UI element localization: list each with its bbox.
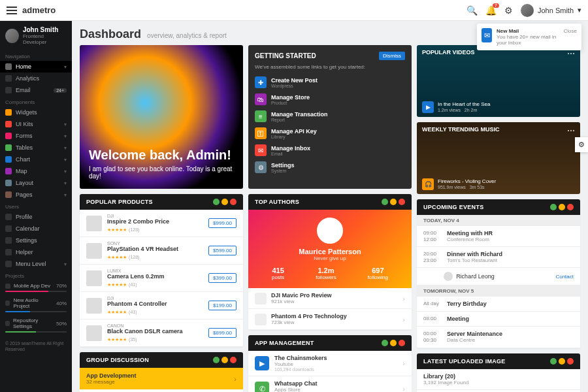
review-row[interactable]: DJI Mavic Pro Review921k view› <box>248 288 412 309</box>
review-row[interactable]: Phantom 4 Pro Technology723k view› <box>248 309 412 330</box>
product-thumb <box>86 298 102 314</box>
chevron-right-icon: › <box>402 385 405 392</box>
play-icon[interactable]: 🎧 <box>422 178 434 190</box>
product-thumb <box>86 216 102 231</box>
author-name: Maurice Patterson <box>256 248 404 255</box>
nav-uikits[interactable]: UI Kits▾ <box>0 118 72 130</box>
brand: admetro <box>22 5 56 15</box>
panel-controls[interactable] <box>382 340 405 346</box>
more-icon[interactable]: ⋯ <box>567 49 575 58</box>
avatar <box>444 272 453 281</box>
chevron-right-icon: › <box>402 316 405 323</box>
more-icon[interactable]: ⋯ <box>567 126 575 135</box>
nav-section: Navigation <box>0 50 72 61</box>
event-row[interactable]: 00:0000:30Server MaintenanceData Centre <box>417 327 580 348</box>
nav-helper[interactable]: Helper <box>0 246 72 258</box>
notif-title: New Mail <box>497 28 559 34</box>
project-item[interactable]: Mobile App Dev70% <box>0 280 72 295</box>
page-subtitle: overview, analytics & report <box>147 32 227 39</box>
panel-controls[interactable] <box>213 357 237 363</box>
profile-role: Frontend Developer <box>23 33 67 45</box>
project-item[interactable]: Repository Settings50% <box>0 315 72 335</box>
nav-menulevel[interactable]: Menu Level▾ <box>0 258 72 270</box>
notif-body: You have 20+ new mail in your Inbox <box>497 34 559 46</box>
search-icon[interactable]: 🔍 <box>466 5 478 16</box>
panel-title: WEEKLY TRENDING MUSIC <box>422 126 500 133</box>
image-grid <box>417 390 580 392</box>
product-thumb <box>86 243 102 259</box>
panel-title: GROUP DISCUSSION <box>86 357 149 363</box>
panel-title: LATEST UPLOADED IMAGE <box>423 358 506 365</box>
bell-icon[interactable]: 🔔7 <box>485 5 497 16</box>
nav-email[interactable]: Email24+ <box>0 84 72 96</box>
panel-title: POPULAR PRODUCTS <box>86 199 153 205</box>
gs-link[interactable]: ≡Manage TransactionReport <box>255 108 405 125</box>
gs-link[interactable]: ⚙SettingsSystem <box>255 159 405 176</box>
nav-forms[interactable]: Forms▾ <box>0 130 72 142</box>
price-badge: $199.00 <box>208 301 237 310</box>
gs-link[interactable]: ✚Create New PostWordpress <box>255 74 405 91</box>
discussion-row[interactable]: App Development32 message › <box>80 368 243 389</box>
panel-title: TOP AUTHORS <box>255 199 299 205</box>
page-title: Dashboard <box>80 27 141 41</box>
gs-sub: We've assembled some links to get you st… <box>255 64 405 70</box>
price-badge: $899.00 <box>208 328 237 338</box>
nav-section: Projects <box>0 270 72 280</box>
profile-block[interactable]: John Smith Frontend Developer <box>0 21 72 50</box>
nav-analytics[interactable]: Analytics <box>0 73 72 84</box>
video-title: In the Heart of the Sea <box>438 101 491 108</box>
product-row[interactable]: DJIPhantom 4 Controller★★★★★ (41)$199.00 <box>80 292 243 319</box>
dismiss-button[interactable]: Dismiss <box>379 52 405 60</box>
nav-settings[interactable]: Settings <box>0 235 72 246</box>
app-row[interactable]: ▶The ChainsmokersYoutube103,294 download… <box>248 351 412 376</box>
chevron-right-icon: › <box>234 375 237 383</box>
panel-controls[interactable] <box>213 199 237 205</box>
nav-home[interactable]: Home▾ <box>0 61 72 73</box>
product-row[interactable]: CANONBlack Canon DSLR camera★★★★★ (35)$8… <box>80 319 243 347</box>
nav-chart[interactable]: Chart▾ <box>0 154 72 165</box>
event-day: TOMORROW, NOV 5 <box>417 286 580 297</box>
menu-toggle[interactable] <box>7 7 17 14</box>
theme-settings-fab[interactable]: ⚙ <box>575 137 588 152</box>
project-item[interactable]: New Audio Project40% <box>0 295 72 315</box>
event-row[interactable]: All dayTerry Birthday <box>417 297 580 312</box>
popular-video[interactable]: POPULAR VIDEOS ⋯ ▶ In the Heart of the S… <box>417 45 580 117</box>
contact-link[interactable]: Contact <box>555 274 574 280</box>
gs-link[interactable]: ✉Manage InboxEmail <box>255 142 405 159</box>
event-row[interactable]: 09:0012:00Meeting with HRConference Room <box>417 226 580 247</box>
nav-tables[interactable]: Tables▾ <box>0 142 72 154</box>
nav-profile[interactable]: Profile <box>0 211 72 223</box>
settings-icon[interactable]: ⚙ <box>504 5 513 16</box>
panel-title: UPCOMING EVENTS <box>423 204 484 210</box>
user-name: John Smith <box>538 7 574 14</box>
nav-pages[interactable]: Pages▾ <box>0 189 72 201</box>
user-menu[interactable]: John Smith ▾ <box>521 4 581 17</box>
event-row[interactable]: 20:0023:00Dinner with RichardTom's Too R… <box>417 247 580 268</box>
chevron-right-icon: › <box>402 359 405 367</box>
nav-layout[interactable]: Layout▾ <box>0 177 72 189</box>
panel-title: POPULAR VIDEOS <box>422 49 475 56</box>
product-thumb <box>86 270 102 286</box>
event-day: TODAY, NOV 4 <box>417 215 580 226</box>
product-row[interactable]: LUMIXCamera Lens 0.2mm★★★★★ (41)$399.00 <box>80 265 243 292</box>
panel-title: APP MANAGEMENT <box>255 340 314 346</box>
play-icon[interactable]: ▶ <box>422 101 434 113</box>
product-thumb <box>86 325 102 341</box>
chevron-down-icon: ▾ <box>578 6 581 14</box>
attendee: Richard Leong <box>456 273 495 280</box>
app-row[interactable]: ✆Whatsapp ChatApps Store94,122 downloads… <box>248 376 412 392</box>
panel-controls[interactable] <box>550 204 574 210</box>
panel-controls[interactable] <box>550 358 574 365</box>
gs-link[interactable]: ⚿Manage API KeyLibrary <box>255 125 405 142</box>
nav-calendar[interactable]: Calendar <box>0 223 72 235</box>
nav-widgets[interactable]: Widgets <box>0 106 72 118</box>
gs-link[interactable]: 🛍Manage StoreProduct <box>255 91 405 108</box>
product-row[interactable]: SONYPlayStation 4 VR Headset★★★★★ (128)$… <box>80 237 243 265</box>
product-row[interactable]: DJIInspire 2 Combo Price★★★★★ (128)$999.… <box>80 210 243 237</box>
hero-title: Welcome back, Admin! <box>89 148 234 163</box>
event-row[interactable]: 08:00Meeting <box>417 312 580 327</box>
panel-controls[interactable] <box>382 199 405 205</box>
nav-map[interactable]: Map▾ <box>0 165 72 177</box>
trending-music[interactable]: WEEKLY TRENDING MUSIC ⋯ 🎧 Fireworks - Vi… <box>417 122 580 194</box>
notif-close[interactable]: Close <box>564 28 577 46</box>
